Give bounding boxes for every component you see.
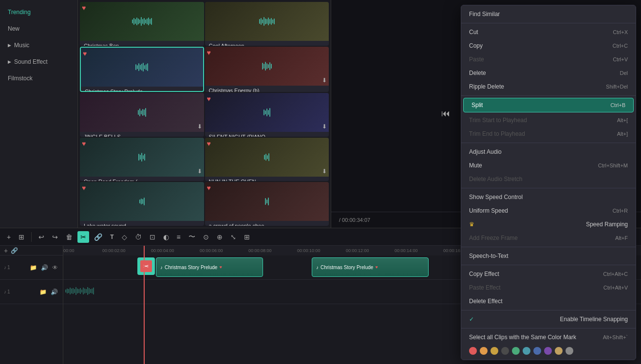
menu-show-speed-control[interactable]: Show Speed Control (461, 190, 636, 204)
heart-icon: ♥ (207, 95, 211, 103)
color-button[interactable]: ◐ (160, 231, 172, 243)
menu-copy-effect[interactable]: Copy Effect Ctrl+Alt+C (461, 267, 636, 281)
split-label: Split (471, 102, 483, 109)
list-item[interactable]: ♥ Christmas Bop 02:00 (80, 2, 204, 46)
menu-speech-to-text[interactable]: Speech-to-Text (461, 249, 636, 263)
link-button[interactable]: 🔗 (11, 247, 18, 254)
stabilize-button[interactable]: ⊙ (200, 231, 212, 243)
copy-label: Copy (469, 42, 483, 49)
menu-find-similar[interactable]: Find Similar (461, 7, 636, 21)
menu-select-same-color[interactable]: Select all Clips with the Same Color Mar… (461, 330, 636, 344)
media-thumbnail: ♥ (80, 2, 204, 41)
keyframe-button[interactable]: ◇ (119, 231, 130, 243)
track-folder-button[interactable]: 📁 (29, 263, 38, 272)
color-dot-red[interactable] (469, 347, 477, 355)
color-dot-gray[interactable] (566, 347, 573, 355)
delete-button[interactable]: 🗑 (63, 231, 75, 243)
color-dot-dark[interactable] (501, 347, 509, 355)
track-folder-button[interactable]: 📁 (38, 288, 48, 296)
zoom-button[interactable]: ⊞ (241, 231, 253, 243)
download-icon: ⬇ (322, 168, 327, 175)
menu-mute[interactable]: Mute Ctrl+Shift+M (461, 159, 636, 172)
media-info: Cool Afternoon 02:26 (205, 41, 329, 46)
new-label: New (8, 25, 19, 32)
menu-uniform-speed[interactable]: Uniform Speed Ctrl+R (461, 204, 636, 218)
context-menu: Find Similar Cut Ctrl+X Copy Ctrl+C Past… (461, 5, 636, 360)
sidebar-item-music[interactable]: ▶ Music (0, 37, 77, 54)
transform-button[interactable]: ⤡ (227, 231, 239, 243)
waveform (262, 108, 272, 117)
menu-speed-ramping[interactable]: ♛ Speed Ramping (461, 218, 636, 231)
media-library: ♥ Christmas Bop 02:00 Co (78, 0, 331, 228)
menu-enable-snapping[interactable]: ✓ Enable Timeline Snapping (461, 312, 636, 326)
find-similar-label: Find Similar (469, 11, 500, 18)
sidebar-item-filmstock[interactable]: Filmstock (0, 70, 77, 87)
add-track-icon-button[interactable]: + (4, 247, 8, 255)
color-dot-orange[interactable] (480, 347, 488, 355)
list-item[interactable]: ♥ ⬇ Open Road Freedom (... 02:15 (80, 138, 204, 182)
menu-cut[interactable]: Cut Ctrl+X (461, 25, 636, 39)
list-item[interactable]: ♥ a crowd of people chee... (205, 182, 329, 226)
text-button[interactable]: T (107, 232, 116, 242)
track-mute-button[interactable]: 🔊 (40, 263, 49, 272)
speech-to-text-label: Speech-to-Text (469, 253, 509, 259)
track-mute-button[interactable]: 🔊 (50, 288, 59, 296)
menu-ripple-delete[interactable]: Ripple Delete Shift+Del (461, 80, 636, 93)
media-info: Open Road Freedom (... 02:15 (80, 177, 204, 182)
sound-arrow-icon: ▶ (8, 59, 11, 64)
media-title: Open Road Freedom (... (84, 179, 200, 182)
menu-divider (461, 95, 636, 96)
snap-button[interactable]: 🔗 (91, 231, 105, 243)
color-dot-green[interactable] (512, 347, 520, 355)
color-dot-teal[interactable] (523, 347, 530, 355)
list-item[interactable]: ♥ Christmas Story Prelude 00:34 Story (80, 47, 204, 92)
menu-adjust-audio[interactable]: Adjust Audio (461, 145, 636, 159)
menu-copy[interactable]: Copy Ctrl+C (461, 39, 636, 53)
track-clip[interactable]: ♪ Christmas Story Prelude ♥ (312, 257, 429, 277)
paste-shortcut: Ctrl+V (613, 56, 628, 62)
show-speed-label: Show Speed Control (469, 194, 523, 200)
undo-button[interactable]: ↩ (36, 231, 47, 243)
color-dot-blue[interactable] (533, 347, 541, 355)
media-info: a crowd of people chee... (205, 221, 329, 226)
list-item[interactable]: ♥ ⬇ Christmas Energy (b) 02:12 (205, 47, 329, 92)
clip-heart-icon: ♥ (375, 265, 377, 270)
track-visibility-button[interactable]: 👁 (51, 263, 59, 272)
check-icon: ✓ (469, 316, 474, 323)
color-dot-purple[interactable] (544, 347, 552, 355)
menu-delete-effect[interactable]: Delete Effect (461, 294, 636, 308)
audio-wave-button[interactable]: 〜 (186, 231, 198, 243)
media-info: Lake water sound (80, 221, 204, 226)
menu-delete[interactable]: Delete Del (461, 66, 636, 80)
color-dot-yellow[interactable] (490, 347, 498, 355)
select-same-color-shortcut: Alt+Shift+` (603, 334, 628, 340)
media-thumbnail: ⬇ (80, 93, 204, 132)
menu-split[interactable]: Split Ctrl+B (463, 98, 634, 112)
sidebar-item-sound-effect[interactable]: ▶ Sound Effect (0, 54, 77, 70)
cut-tool-button[interactable]: ✂ (77, 231, 89, 243)
ruler-mark-8: 00:00:08:00 (248, 248, 272, 253)
add-track-button[interactable]: ⊞ (16, 231, 27, 243)
media-info: SILENT NIGHT (PIANO ... 02:21 (205, 132, 329, 137)
list-item[interactable]: ♥ Lake water sound (80, 182, 204, 226)
speed-button[interactable]: ⏱ (132, 231, 145, 243)
add-media-button[interactable]: + (4, 231, 14, 243)
track-clip[interactable]: ♪ Christmas Story Prelude ♥ (156, 257, 263, 277)
clip-heart-icon: ♥ (219, 265, 222, 270)
redo-button[interactable]: ↪ (49, 231, 61, 243)
list-item[interactable]: ⬇ JINGLE BELLS 02:21 (80, 93, 204, 137)
speed-ramping-label: Speed Ramping (586, 221, 628, 228)
sidebar-item-new[interactable]: New (0, 20, 77, 37)
list-item[interactable]: Cool Afternoon 02:26 (205, 2, 329, 46)
rewind-button[interactable]: ⏮ (437, 107, 454, 121)
crop-button[interactable]: ⊡ (147, 231, 158, 243)
list-item[interactable]: ♥ ⬇ NUN IN THE OVEN 02:40 (205, 138, 329, 182)
color-dot-tan[interactable] (555, 347, 563, 355)
list-item[interactable]: ♥ ⬇ SILENT NIGHT (PIANO ... 02:21 (205, 93, 329, 137)
copy-effect-label: Copy Effect (469, 271, 499, 277)
music-arrow-icon: ▶ (8, 43, 11, 48)
menu-paste-effect: Paste Effect Ctrl+Alt+V (461, 281, 636, 294)
transition-button[interactable]: ⊕ (214, 231, 226, 243)
audio-eq-button[interactable]: ≡ (174, 231, 184, 243)
sidebar-item-trending[interactable]: Trending (0, 4, 77, 20)
